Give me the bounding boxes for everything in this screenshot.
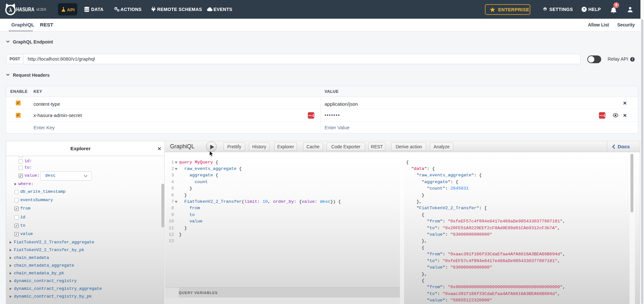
svg-text:?: ?	[583, 7, 585, 11]
svg-text:λ: λ	[9, 7, 12, 13]
